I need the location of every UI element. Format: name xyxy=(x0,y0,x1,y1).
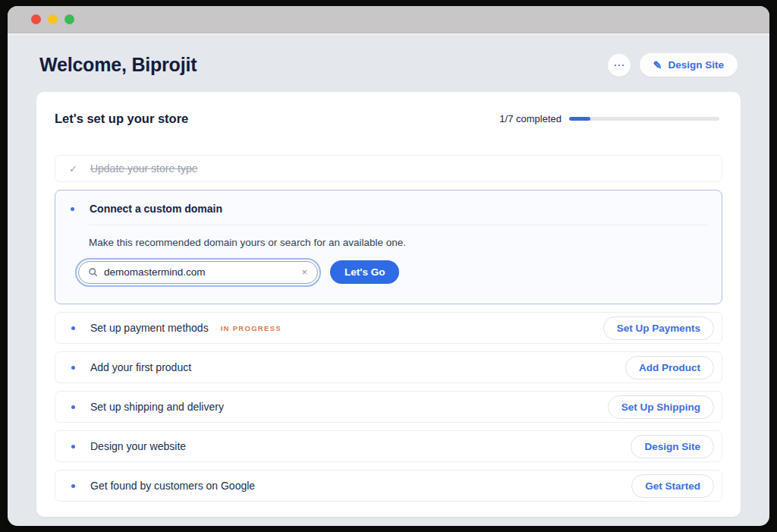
ellipsis-icon: ⋯ xyxy=(613,58,624,71)
task-label: Update your store type xyxy=(90,162,198,175)
set-up-shipping-button[interactable]: Set Up Shipping xyxy=(608,395,714,419)
task-set-up-payment-methods[interactable]: Set up payment methods IN PROGRESS Set U… xyxy=(55,312,722,344)
bullet-icon xyxy=(71,445,75,449)
lets-go-button[interactable]: Let's Go xyxy=(330,260,399,284)
bullet-icon xyxy=(71,484,75,488)
task-list: ✓ Update your store type Connect a custo… xyxy=(55,155,722,502)
domain-search-row: × Let's Go xyxy=(78,260,708,284)
task-connect-custom-domain: Connect a custom domain Make this recomm… xyxy=(55,190,722,304)
task-label: Design your website xyxy=(90,440,186,452)
task-label: Set up shipping and delivery xyxy=(90,401,224,413)
minimize-window-icon[interactable] xyxy=(48,14,58,24)
design-site-header-label: Design Site xyxy=(668,59,724,71)
close-window-icon[interactable] xyxy=(31,14,41,24)
progress-bar-track xyxy=(569,117,719,121)
checkmark-icon: ✓ xyxy=(69,163,77,175)
progress-bar-fill xyxy=(569,117,590,121)
get-started-button[interactable]: Get Started xyxy=(631,474,714,498)
bullet-icon xyxy=(71,207,74,211)
window-titlebar xyxy=(8,6,769,33)
setup-checklist-card: Let's set up your store 1/7 completed ✓ … xyxy=(36,92,741,517)
header-actions: ⋯ ✎ Design Site xyxy=(608,53,738,77)
bullet-icon xyxy=(71,405,75,409)
set-up-payments-button[interactable]: Set Up Payments xyxy=(603,316,714,340)
task-label: Connect a custom domain xyxy=(90,203,222,215)
zoom-window-icon[interactable] xyxy=(64,14,74,24)
add-product-button[interactable]: Add Product xyxy=(625,356,714,379)
search-icon xyxy=(88,267,98,277)
task-label: Set up payment methods xyxy=(90,322,209,334)
task-add-first-product[interactable]: Add your first product Add Product xyxy=(55,351,722,383)
task-update-store-type[interactable]: ✓ Update your store type xyxy=(55,155,722,182)
progress-indicator: 1/7 completed xyxy=(499,113,722,124)
task-get-found-on-google[interactable]: Get found by customers on Google Get Sta… xyxy=(55,470,722,502)
pencil-icon: ✎ xyxy=(653,60,662,71)
domain-search-field: × xyxy=(78,261,318,284)
page-title: Welcome, Biprojit xyxy=(39,54,197,76)
expanded-task-header[interactable]: Connect a custom domain xyxy=(66,203,708,215)
task-design-your-website[interactable]: Design your website Design Site xyxy=(55,430,722,462)
bullet-icon xyxy=(71,326,75,330)
more-actions-button[interactable]: ⋯ xyxy=(608,54,631,77)
design-site-task-button[interactable]: Design Site xyxy=(631,435,714,458)
design-site-header-button[interactable]: ✎ Design Site xyxy=(640,53,738,77)
domain-search-input[interactable] xyxy=(104,266,294,278)
task-set-up-shipping[interactable]: Set up shipping and delivery Set Up Ship… xyxy=(55,391,722,423)
task-label: Get found by customers on Google xyxy=(90,480,255,492)
task-label: Add your first product xyxy=(90,361,191,373)
bullet-icon xyxy=(71,366,75,370)
page-header: Welcome, Biprojit ⋯ ✎ Design Site xyxy=(36,35,741,92)
progress-label: 1/7 completed xyxy=(499,113,562,124)
dashboard-content: Welcome, Biprojit ⋯ ✎ Design Site Let's … xyxy=(8,33,769,525)
task-description: Make this recommended domain yours or se… xyxy=(89,237,708,248)
browser-window: Welcome, Biprojit ⋯ ✎ Design Site Let's … xyxy=(8,6,769,526)
setup-card-header: Let's set up your store 1/7 completed xyxy=(55,109,722,126)
traffic-lights xyxy=(31,14,74,24)
divider xyxy=(89,225,708,225)
in-progress-badge: IN PROGRESS xyxy=(221,324,282,332)
setup-card-title: Let's set up your store xyxy=(55,112,188,126)
clear-input-icon[interactable]: × xyxy=(300,267,309,277)
